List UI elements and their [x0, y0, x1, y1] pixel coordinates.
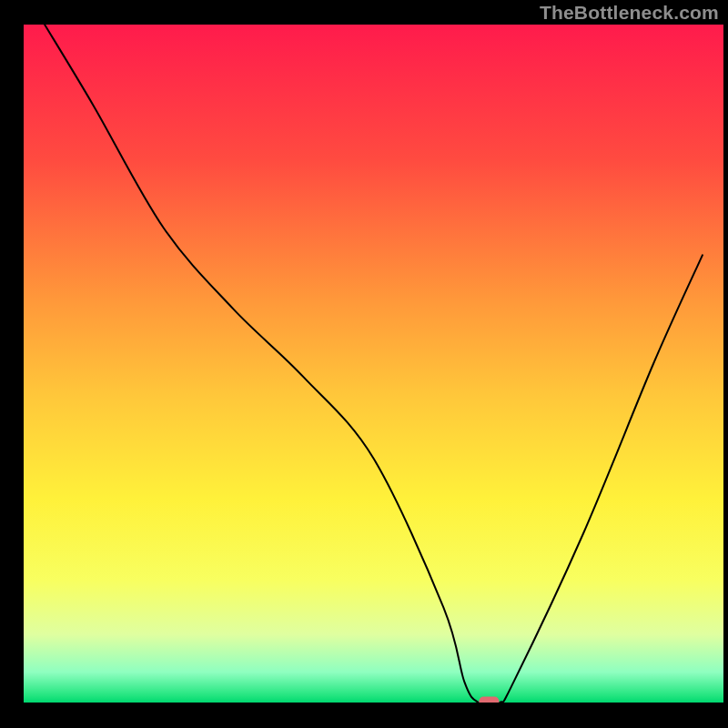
optimal-range-marker: [479, 697, 499, 707]
chart-stage: TheBottleneck.com: [0, 0, 728, 728]
bottleneck-chart: [0, 0, 728, 728]
plot-background: [24, 25, 723, 703]
watermark-text: TheBottleneck.com: [540, 2, 719, 24]
